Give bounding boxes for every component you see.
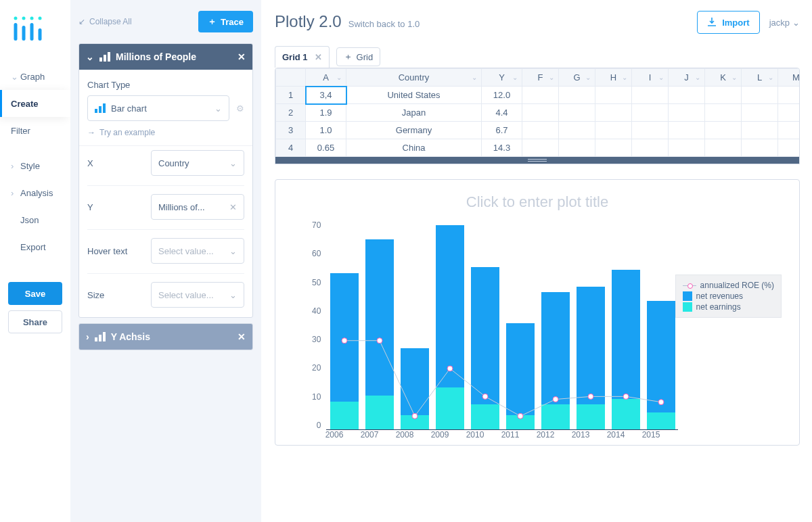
y-select[interactable]: Millions of...✕ [151, 194, 244, 220]
svg-point-26 [658, 400, 664, 405]
col-K[interactable]: K⌄ [705, 69, 742, 87]
svg-point-1 [22, 17, 26, 20]
import-icon [707, 18, 717, 27]
add-grid-button[interactable]: ＋Grid [336, 47, 381, 66]
legend[interactable]: annualized ROE (%) net revenues net earn… [675, 275, 782, 318]
rail-item-style[interactable]: ›Style [0, 152, 70, 179]
svg-point-18 [377, 338, 382, 343]
svg-rect-14 [95, 337, 97, 341]
close-icon[interactable]: ✕ [238, 331, 246, 342]
svg-point-17 [342, 338, 347, 343]
share-button[interactable]: Share [8, 310, 62, 333]
workspace: Plotly 2.0 Switch back to 1.0 Import jac… [261, 0, 812, 522]
plus-icon: ＋ [208, 16, 217, 28]
chart-type-select[interactable]: Bar chart ⌄ [87, 95, 229, 121]
chevron-down-icon: ⌄ [215, 103, 222, 114]
chevron-down-icon: ⌄ [792, 18, 800, 28]
rail-item-create[interactable]: Create [0, 90, 70, 117]
chevron-right-icon: › [11, 188, 20, 198]
col-J[interactable]: J⌄ [669, 69, 705, 87]
grid-tab[interactable]: Grid 1 ✕ [275, 46, 330, 68]
hover-select[interactable]: Select value...⌄ [151, 238, 244, 264]
trace-accordion: ⌄ Millions of People ✕ Chart Type Bar ch… [78, 43, 253, 318]
svg-rect-9 [104, 55, 106, 62]
col-F[interactable]: F⌄ [522, 69, 559, 87]
svg-rect-10 [108, 52, 110, 62]
plot-title-placeholder[interactable]: Click to enter plot title [289, 193, 786, 211]
sheet-resize-bar[interactable] [275, 157, 799, 164]
svg-point-23 [553, 397, 558, 402]
trace-icon [99, 52, 110, 62]
user-menu[interactable]: jackp⌄ [769, 18, 800, 28]
svg-point-19 [412, 413, 418, 419]
chevron-down-icon: ⌄ [229, 246, 237, 256]
plus-icon: ＋ [344, 51, 353, 63]
gear-icon[interactable]: ⚙ [236, 103, 244, 114]
switch-version-link[interactable]: Switch back to 1.0 [348, 19, 420, 29]
logo [12, 15, 70, 44]
y-label: Y [87, 202, 137, 212]
spreadsheet: A⌄ Country⌄ Y⌄ F⌄ G⌄ H⌄ I⌄ J⌄ K⌄ L⌄ M⌄ 1… [275, 68, 800, 164]
rail-item-analysis[interactable]: ›Analysis [0, 179, 70, 206]
rail-item-export[interactable]: Export [0, 233, 70, 260]
svg-rect-5 [22, 26, 26, 41]
col-L[interactable]: L⌄ [742, 69, 778, 87]
svg-point-0 [14, 17, 18, 20]
table-row[interactable]: 40.65China14.3 [276, 139, 800, 157]
svg-rect-13 [103, 103, 106, 113]
table-row[interactable]: 31.0Germany6.7 [276, 122, 800, 139]
left-rail: ⌄Graph Create Filter ›Style ›Analysis Js… [0, 0, 70, 522]
swatch-icon [683, 291, 692, 301]
page-title: Plotly 2.0 [275, 12, 342, 31]
close-icon[interactable]: ✕ [315, 52, 322, 62]
plot-area [326, 220, 678, 430]
rail-item-graph[interactable]: ⌄Graph [0, 63, 70, 90]
table-row[interactable]: 13,4United States12.0 [276, 87, 800, 104]
col-G[interactable]: G⌄ [559, 69, 595, 87]
table-row[interactable]: 21.9Japan4.4 [276, 104, 800, 122]
yaxis-header[interactable]: › Y Achsis ✕ [79, 324, 252, 350]
svg-rect-16 [103, 332, 106, 341]
close-icon[interactable]: ✕ [238, 51, 246, 62]
chevron-right-icon: › [86, 331, 89, 342]
chevron-down-icon: ⌄ [11, 72, 20, 82]
chart-type-label: Chart Type [87, 80, 244, 90]
svg-point-3 [39, 17, 42, 20]
add-trace-button[interactable]: ＋ Trace [198, 11, 253, 32]
y-axis: 706050403020100 [312, 220, 326, 430]
save-button[interactable]: Save [8, 282, 62, 305]
import-button[interactable]: Import [697, 11, 759, 34]
rail-item-filter[interactable]: Filter [0, 117, 70, 144]
line-swatch-icon [683, 285, 696, 286]
chevron-down-icon: ⌄ [86, 51, 94, 62]
col-A[interactable]: A⌄ [306, 69, 346, 87]
config-panel: ↙ Collapse All ＋ Trace ⌄ Millions of Peo… [70, 0, 261, 522]
col-Y[interactable]: Y⌄ [482, 69, 522, 87]
svg-rect-7 [39, 28, 42, 41]
svg-rect-11 [95, 109, 97, 113]
svg-rect-6 [30, 23, 34, 41]
svg-point-21 [482, 394, 488, 399]
collapse-icon: ↙ [78, 17, 85, 26]
svg-rect-12 [99, 106, 102, 113]
chevron-down-icon: ⌄ [229, 158, 237, 168]
col-Country[interactable]: Country⌄ [346, 69, 482, 87]
col-I[interactable]: I⌄ [632, 69, 669, 87]
rail-item-json[interactable]: Json [0, 206, 70, 233]
trace-header[interactable]: ⌄ Millions of People ✕ [79, 44, 252, 70]
size-select[interactable]: Select value...⌄ [151, 282, 244, 308]
close-icon[interactable]: ✕ [229, 202, 237, 212]
hover-label: Hover text [87, 246, 137, 256]
svg-rect-15 [99, 335, 102, 341]
trace-icon [95, 332, 106, 341]
header-row: A⌄ Country⌄ Y⌄ F⌄ G⌄ H⌄ I⌄ J⌄ K⌄ L⌄ M⌄ [276, 69, 800, 87]
chart-canvas[interactable]: Click to enter plot title annualized ROE… [275, 179, 800, 446]
col-H[interactable]: H⌄ [595, 69, 632, 87]
collapse-all[interactable]: ↙ Collapse All [78, 17, 132, 26]
svg-rect-4 [14, 23, 18, 41]
yaxis-accordion: › Y Achsis ✕ [78, 323, 253, 350]
col-M[interactable]: M⌄ [778, 69, 800, 87]
try-example-link[interactable]: →Try an example [87, 128, 244, 137]
x-select[interactable]: Country⌄ [151, 150, 244, 176]
svg-rect-8 [99, 57, 102, 62]
